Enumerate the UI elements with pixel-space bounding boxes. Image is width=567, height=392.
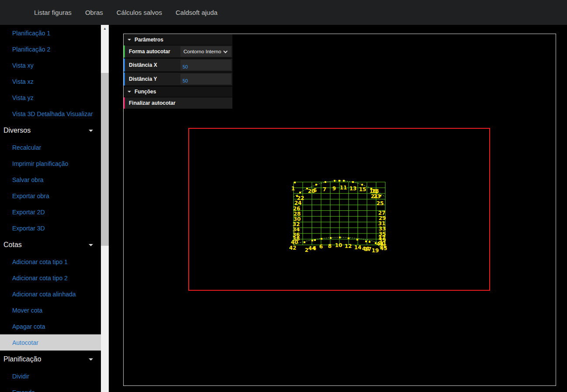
svg-text:1: 1 <box>291 186 295 192</box>
svg-text:17: 17 <box>364 246 372 252</box>
sidebar-item-adicionar-cota-alinhada[interactable]: Adicionar cota alinhada <box>0 286 101 302</box>
sidebar-menu: Planificação 1 Planificação 2 Vista xy V… <box>0 25 101 392</box>
parameters-panel: Parâmetros Forma autocotar Contorno Inte… <box>124 34 232 110</box>
collapse-arrow-icon <box>128 39 131 41</box>
sidebar-item-mover-cota[interactable]: Mover cota <box>0 302 101 318</box>
param-row-forma-autocotar: Forma autocotar Contorno Interno <box>124 45 232 58</box>
svg-text:19: 19 <box>372 248 379 254</box>
panel-section-funcoes[interactable]: Funções <box>124 86 232 97</box>
figure-svg: 1206791113151618212322242628303234363840… <box>287 176 388 254</box>
svg-text:9: 9 <box>332 186 336 192</box>
sidebar-item-emenda[interactable]: Emenda <box>0 384 101 392</box>
sidebar-item-adicionar-cota-tipo-2[interactable]: Adicionar cota tipo 2 <box>0 270 101 286</box>
nav-listar-figuras[interactable]: Listar figuras <box>34 9 72 16</box>
distancia-x-input[interactable] <box>180 60 231 70</box>
scrollbar-thumb[interactable] <box>101 73 109 246</box>
sidebar-item-vista-xz[interactable]: Vista xz <box>0 73 101 89</box>
sidebar-section-cotas[interactable]: Cotas <box>0 236 101 254</box>
param-label: Distância Y <box>129 76 180 82</box>
param-label: Forma autocotar <box>129 48 180 55</box>
sidebar-section-label: Diversos <box>3 127 31 134</box>
sidebar-item-planificacao-2[interactable]: Planificação 2 <box>0 41 101 57</box>
svg-text:13: 13 <box>349 186 357 192</box>
sidebar-item-exportar-obra[interactable]: Exportar obra <box>0 188 101 204</box>
sidebar-item-exportar-3d[interactable]: Exportar 3D <box>0 220 101 236</box>
param-row-distancia-y: Distância Y <box>124 72 232 86</box>
svg-text:23: 23 <box>373 193 381 199</box>
svg-text:11: 11 <box>340 185 347 191</box>
svg-text:42: 42 <box>289 245 297 251</box>
sidebar-item-dividir[interactable]: Dividir <box>0 368 101 384</box>
svg-text:25: 25 <box>377 200 384 206</box>
sidebar-section-label: Cotas <box>3 241 22 249</box>
forma-autocotar-select[interactable]: Contorno Interno <box>180 46 231 57</box>
svg-text:12: 12 <box>345 243 352 249</box>
select-value: Contorno Interno <box>183 49 221 54</box>
finalizar-autocotar-button[interactable]: Finalizar autocotar <box>124 97 232 109</box>
collapse-arrow-icon <box>128 91 131 93</box>
drawing-canvas[interactable]: Parâmetros Forma autocotar Contorno Inte… <box>123 34 556 386</box>
panel-section-title: Parâmetros <box>135 37 163 43</box>
svg-text:24: 24 <box>294 200 302 206</box>
svg-text:14: 14 <box>354 244 362 251</box>
chevron-down-icon <box>89 130 93 132</box>
sidebar-item-adicionar-cota-tipo-1[interactable]: Adicionar cota tipo 1 <box>0 254 101 270</box>
nav-calculos-salvos[interactable]: Cálculos salvos <box>117 9 162 16</box>
svg-text:4: 4 <box>313 245 316 251</box>
svg-text:40: 40 <box>291 239 298 245</box>
sidebar-item-apagar-cota[interactable]: Apagar cota <box>0 318 101 334</box>
sidebar-item-vista-3d[interactable]: Vista 3D Detalhada Visualizar <box>0 106 101 122</box>
param-label: Distância X <box>129 62 180 68</box>
nav-obras[interactable]: Obras <box>85 9 103 16</box>
sidebar-section-diversos[interactable]: Diversos <box>0 122 101 139</box>
chevron-down-icon <box>89 244 93 246</box>
svg-text:7: 7 <box>323 186 326 193</box>
chevron-down-icon <box>89 358 93 361</box>
scroll-up-arrow-icon[interactable] <box>101 25 109 32</box>
nav-caldsoft-ajuda[interactable]: Caldsoft ajuda <box>176 9 218 16</box>
param-row-distancia-x: Distância X <box>124 58 232 72</box>
sidebar-scrollbar[interactable] <box>101 25 109 392</box>
svg-text:15: 15 <box>359 186 366 193</box>
panel-section-parametros[interactable]: Parâmetros <box>124 34 232 45</box>
svg-text:6: 6 <box>319 244 323 250</box>
svg-text:6: 6 <box>313 187 317 193</box>
svg-text:8: 8 <box>328 243 332 249</box>
sidebar-item-exportar-2d[interactable]: Exportar 2D <box>0 204 101 220</box>
button-label: Finalizar autocotar <box>129 100 231 106</box>
sidebar-item-autocotar[interactable]: Autocotar <box>0 334 101 351</box>
distancia-y-input[interactable] <box>180 74 231 84</box>
sidebar-item-salvar-obra[interactable]: Salvar obra <box>0 172 101 188</box>
sidebar-item-vista-xy[interactable]: Vista xy <box>0 57 101 73</box>
sidebar-item-vista-yz[interactable]: Vista yz <box>0 89 101 106</box>
sidebar-item-imprimir-planificacao[interactable]: Imprimir planificação <box>0 155 101 172</box>
panel-section-title: Funções <box>135 89 156 95</box>
svg-text:45: 45 <box>380 244 387 250</box>
sidebar-item-planificacao-1[interactable]: Planificação 1 <box>0 25 101 41</box>
sidebar-section-planificacao[interactable]: Planificação <box>0 351 101 368</box>
sidebar-section-label: Planificação <box>3 355 41 363</box>
sidebar-item-recalcular[interactable]: Recalcular <box>0 139 101 155</box>
chevron-down-icon <box>223 49 228 53</box>
svg-text:10: 10 <box>335 242 342 248</box>
top-navbar: Listar figuras Obras Cálculos salvos Cal… <box>0 0 567 25</box>
